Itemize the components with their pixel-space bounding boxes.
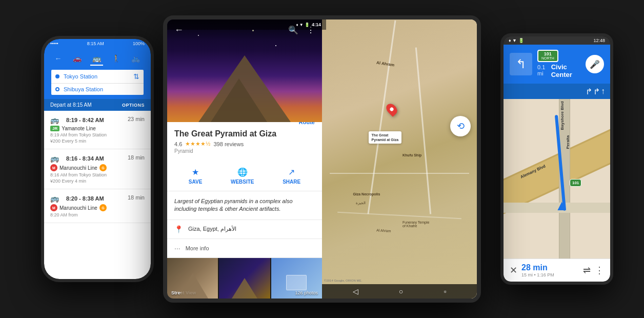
result-3-duration: 18 min	[128, 194, 145, 203]
origin-input[interactable]: Tokyo Station	[64, 73, 133, 80]
tablet-actions: ★ SAVE 🌐 WEBSITE ↗ SHARE	[167, 161, 322, 191]
route-options-icon[interactable]: ⇌	[583, 265, 591, 276]
mic-icon: 🎤	[590, 59, 600, 69]
transit-header: ← 🚗 🚌 🚶 🚲 Tokyo Station ⇅ Shibuya Statio…	[44, 48, 151, 99]
transit-result-1[interactable]: 🚌 8:19 - 8:42 AM 23 min JR Yamanote Line…	[44, 111, 151, 149]
nav-status-time: 12:48	[593, 38, 605, 43]
map-label-funerary: Funerary Templeof Khafre	[402, 221, 429, 228]
photo-2[interactable]	[219, 258, 270, 299]
mini-turn-2: ↱	[593, 87, 600, 96]
road-label-bayshore: Bayshore Blvd	[560, 101, 565, 130]
tablet-status-time: 4:14	[312, 22, 321, 27]
fab-directions-button[interactable]: ⟲	[450, 116, 471, 136]
nav-bottom-bar: ✕ 28 min 15 mi • 1:16 PM ⇌ ⋮	[504, 259, 610, 282]
tablet-more-info-row[interactable]: ··· More info	[167, 239, 322, 258]
nav-route-info: 101 NORTH 0.1 mi Civic Center	[537, 50, 580, 78]
nav-eta: 28 min 15 mi • 1:16 PM	[521, 263, 579, 277]
ios-status-bar: ••••• 8:15 AM 100%	[44, 39, 151, 48]
nav-shield-101: 101	[570, 179, 581, 187]
status-dots: •••••	[50, 41, 58, 46]
options-button[interactable]: OPTIONS	[122, 103, 145, 108]
close-navigation-button[interactable]: ✕	[510, 265, 517, 276]
walk-mode[interactable]: 🚶	[110, 52, 123, 66]
nav-arrow: ▲	[555, 197, 569, 214]
android-recents-button[interactable]: ▫	[444, 287, 446, 295]
status-time: 8:15 AM	[87, 41, 104, 46]
tablet-map-panel: Al Ahram Khufu Ship Giza Necropolis الجي…	[322, 19, 477, 299]
photo-1[interactable]: Street View	[167, 258, 218, 299]
photo-count-label: 126 photos	[295, 290, 318, 295]
result-1-line: JR Yamanote Line	[50, 126, 145, 131]
website-icon: 🌐	[237, 167, 248, 177]
drive-mode[interactable]: 🚗	[71, 52, 84, 66]
jr-badge: JR	[50, 126, 59, 131]
result-1-duration: 23 min	[128, 116, 145, 124]
road-label-peralta: Peralta	[565, 135, 570, 149]
tablet-center: ♦ ▼ 🔋 4:14 ← 🔍 ⋮	[163, 15, 481, 303]
tablet-description: Largest of Egyptian pyramids in a comple…	[167, 191, 322, 220]
route-shield: 101 NORTH	[537, 50, 558, 62]
photo-3[interactable]: 126 photos	[271, 258, 322, 299]
depart-text: Depart at 8:15 AM	[50, 102, 92, 108]
share-action[interactable]: ↗ SHARE	[283, 167, 300, 185]
street-view-label: Street View	[171, 290, 196, 295]
transit-icon-2: 🚌	[50, 154, 59, 163]
turn-arrow: ↰	[516, 57, 526, 71]
nav-more-button[interactable]: ⋮	[595, 265, 604, 276]
android-back-button[interactable]: ◁	[353, 287, 358, 295]
swap-icon[interactable]: ⇅	[133, 72, 139, 81]
nav-mini-turns: ↱ ↱ ↑	[504, 84, 610, 99]
save-icon: ★	[192, 167, 199, 177]
g-badge: G	[99, 164, 107, 171]
map-copyright: ©2014 Google, ORION ME.	[324, 279, 362, 282]
transit-result-2[interactable]: 🚌 8:16 - 8:34 AM 18 min M Marunouchi Lin…	[44, 149, 151, 189]
back-button[interactable]: ←	[53, 52, 64, 66]
place-name: The Great Pyramid at Giza	[174, 129, 276, 138]
mic-button[interactable]: 🎤	[586, 55, 604, 73]
android-home-button[interactable]: ○	[399, 287, 403, 295]
location-text: Giza, Egypt, الأهرام	[188, 226, 236, 232]
status-battery: 100%	[133, 41, 145, 46]
depart-bar: Depart at 8:15 AM OPTIONS	[44, 99, 151, 111]
tablet-location-row: 📍 Giza, Egypt, الأهرام	[167, 220, 322, 239]
nav-turn-icon: ↰	[510, 53, 532, 75]
result-2-line: M Marunouchi Line G	[50, 164, 145, 171]
m-badge-3: M	[50, 204, 57, 211]
transit-results: 🚌 8:19 - 8:42 AM 23 min JR Yamanote Line…	[44, 111, 151, 279]
website-action[interactable]: 🌐 WEBSITE	[231, 167, 254, 185]
bike-mode[interactable]: 🚲	[129, 52, 142, 66]
destination-dot	[55, 87, 59, 91]
place-type: Pyramid	[174, 148, 276, 154]
map-label-giza-necropolis: Giza Necropolis	[353, 192, 380, 196]
origin-dot	[55, 74, 59, 78]
directions-icon: ⟲	[457, 121, 465, 132]
website-label: WEBSITE	[231, 179, 254, 185]
share-label: SHARE	[283, 179, 300, 185]
transit-result-3[interactable]: 🚌 8:20 - 8:38 AM 18 min M Marunouchi Lin…	[44, 189, 151, 223]
result-3-line: M Marunouchi Line G	[50, 204, 145, 211]
map-label-al-ahram-road: Al Ahram	[376, 228, 391, 232]
transit-icon-3: 🚌	[50, 194, 59, 203]
result-2-detail1: 8:16 AM from Tokyo Station	[50, 172, 145, 177]
map-label-khufu: Khufu Ship	[402, 153, 421, 157]
transit-icon-1: 🚌	[50, 116, 59, 124]
result-3-detail1: 8:20 AM from	[50, 212, 145, 217]
save-action[interactable]: ★ SAVE	[189, 167, 203, 185]
android-nav-bar: ◁ ○ ▫	[322, 284, 477, 299]
shield-number: 101	[544, 52, 552, 56]
phone-left: ••••• 8:15 AM 100% ← 🚗 🚌 🚶 🚲 Tokyo Stati…	[41, 36, 154, 282]
transit-mode-active[interactable]: 🚌	[90, 52, 103, 66]
mini-turn-1: ↱	[586, 87, 592, 96]
m-badge: M	[50, 164, 57, 171]
result-2-detail2: ¥200 Every 4 min	[50, 178, 145, 184]
result-1-detail2: ¥200 Every 5 min	[50, 138, 145, 144]
place-rating: 4.6 ★★★★½ 398 reviews	[174, 141, 276, 147]
more-info-text: More info	[186, 245, 209, 251]
nav-status-icons: ♦ ▼ 🔋	[509, 38, 524, 43]
tablet-photos-strip: Street View 126 photos	[167, 258, 322, 299]
result-2-time: 8:16 - 8:34 AM	[66, 155, 104, 162]
result-2-duration: 18 min	[128, 154, 145, 163]
shield-direction: NORTH	[541, 56, 554, 60]
mini-turn-3: ↑	[601, 87, 605, 96]
destination-input[interactable]: Shibuya Station	[64, 86, 139, 92]
